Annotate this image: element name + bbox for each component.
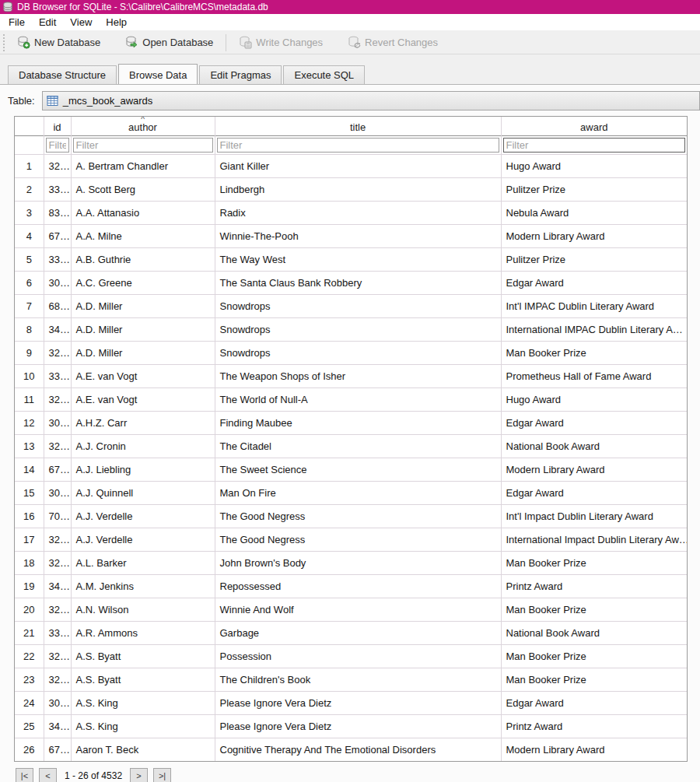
cell-award[interactable]: Edgar Award — [501, 271, 687, 294]
row-number[interactable]: 11 — [15, 387, 44, 411]
cell-author[interactable]: A.M. Jenkins — [71, 574, 215, 598]
cell-author[interactable]: A.J. Verdelle — [71, 528, 215, 551]
cell-author[interactable]: A.S. Byatt — [71, 668, 215, 691]
cell-award[interactable]: Printz Award — [501, 574, 687, 598]
cell-author[interactable]: A.H.Z. Carr — [71, 411, 215, 434]
cell-id[interactable]: 32… — [44, 434, 71, 458]
cell-award[interactable]: International Impact Dublin Literary Aw… — [501, 528, 687, 551]
row-number[interactable]: 5 — [15, 247, 44, 271]
cell-author[interactable]: A.S. Byatt — [71, 644, 215, 668]
row-number[interactable]: 15 — [15, 481, 44, 504]
row-number[interactable]: 2 — [15, 177, 44, 201]
cell-award[interactable]: Modern Library Award — [501, 458, 687, 481]
row-number[interactable]: 17 — [15, 528, 44, 551]
tab-browse-data[interactable]: Browse Data — [118, 64, 198, 84]
row-number[interactable]: 4 — [15, 224, 44, 247]
cell-award[interactable]: Pulitzer Prize — [501, 177, 687, 201]
cell-title[interactable]: The Sweet Science — [215, 458, 501, 481]
cell-id[interactable]: 68… — [44, 294, 71, 317]
cell-author[interactable]: A.J. Quinnell — [71, 481, 215, 504]
cell-id[interactable]: 30… — [44, 411, 71, 434]
cell-author[interactable]: A.J. Liebling — [71, 458, 215, 481]
cell-author[interactable]: A.D. Miller — [71, 294, 215, 317]
row-number[interactable]: 1 — [15, 154, 44, 177]
cell-award[interactable]: Hugo Award — [501, 154, 687, 177]
cell-award[interactable]: International IMPAC Dublin Literary A… — [501, 317, 687, 341]
cell-title[interactable]: Snowdrops — [215, 341, 501, 364]
row-number[interactable]: 3 — [15, 201, 44, 224]
cell-title[interactable]: Snowdrops — [215, 294, 501, 317]
cell-award[interactable]: National Book Award — [501, 434, 687, 458]
cell-title[interactable]: Possession — [215, 644, 501, 668]
cell-award[interactable]: Int'l IMPAC Dublin Literary Award — [501, 294, 687, 317]
row-number[interactable]: 26 — [15, 738, 44, 761]
cell-award[interactable]: Edgar Award — [501, 411, 687, 434]
cell-id[interactable]: 32… — [44, 551, 71, 574]
cell-author[interactable]: A.J. Cronin — [71, 434, 215, 458]
menu-help[interactable]: Help — [99, 14, 134, 30]
column-header-award[interactable]: award — [501, 117, 687, 135]
cell-id[interactable]: 83… — [44, 201, 71, 224]
row-number[interactable]: 8 — [15, 317, 44, 341]
cell-award[interactable]: Man Booker Prize — [501, 598, 687, 621]
cell-id[interactable]: 34… — [44, 574, 71, 598]
cell-title[interactable]: The Citadel — [215, 434, 501, 458]
cell-author[interactable]: A.A. Attanasio — [71, 201, 215, 224]
cell-title[interactable]: Lindbergh — [215, 177, 501, 201]
cell-author[interactable]: A. Bertram Chandler — [71, 154, 215, 177]
cell-award[interactable]: Pulitzer Prize — [501, 247, 687, 271]
cell-title[interactable]: The Weapon Shops of Isher — [215, 364, 501, 387]
row-number[interactable]: 24 — [15, 691, 44, 714]
cell-author[interactable]: A.D. Miller — [71, 341, 215, 364]
column-header-author[interactable]: ^author — [71, 117, 215, 135]
cell-author[interactable]: A.E. van Vogt — [71, 364, 215, 387]
table-combobox[interactable]: _mcs_book_awards — [42, 91, 700, 110]
cell-award[interactable]: Edgar Award — [501, 691, 687, 714]
cell-award[interactable]: Man Booker Prize — [501, 644, 687, 668]
row-number[interactable]: 25 — [15, 714, 44, 738]
row-number[interactable]: 19 — [15, 574, 44, 598]
row-number[interactable]: 22 — [15, 644, 44, 668]
cell-author[interactable]: A.S. King — [71, 714, 215, 738]
cell-title[interactable]: The World of Null-A — [215, 387, 501, 411]
row-number[interactable]: 7 — [15, 294, 44, 317]
tab-database-structure[interactable]: Database Structure — [8, 65, 117, 84]
cell-award[interactable]: Int'l Impact Dublin Literary Award — [501, 504, 687, 528]
cell-id[interactable]: 32… — [44, 387, 71, 411]
cell-award[interactable]: Man Booker Prize — [501, 341, 687, 364]
row-number[interactable]: 6 — [15, 271, 44, 294]
cell-id[interactable]: 30… — [44, 481, 71, 504]
cell-title[interactable]: Winnie-The-Pooh — [215, 224, 501, 247]
cell-id[interactable]: 34… — [44, 714, 71, 738]
row-number[interactable]: 16 — [15, 504, 44, 528]
row-number[interactable]: 21 — [15, 621, 44, 644]
cell-id[interactable]: 30… — [44, 271, 71, 294]
cell-title[interactable]: The Way West — [215, 247, 501, 271]
cell-author[interactable]: A.N. Wilson — [71, 598, 215, 621]
cell-title[interactable]: Radix — [215, 201, 501, 224]
open-database-button[interactable]: Open Database — [118, 33, 220, 51]
cell-title[interactable]: The Good Negress — [215, 504, 501, 528]
cell-id[interactable]: 67… — [44, 458, 71, 481]
cell-id[interactable]: 70… — [44, 504, 71, 528]
menu-file[interactable]: File — [2, 14, 32, 30]
row-number[interactable]: 12 — [15, 411, 44, 434]
row-number[interactable]: 18 — [15, 551, 44, 574]
tab-edit-pragmas[interactable]: Edit Pragmas — [199, 65, 282, 84]
cell-id[interactable]: 34… — [44, 317, 71, 341]
cell-id[interactable]: 32… — [44, 528, 71, 551]
cell-award[interactable]: Prometheus Hall of Fame Award — [501, 364, 687, 387]
row-number[interactable]: 20 — [15, 598, 44, 621]
cell-title[interactable]: Cognitive Therapy And The Emotional Diso… — [215, 738, 501, 761]
row-number[interactable]: 10 — [15, 364, 44, 387]
cell-id[interactable]: 32… — [44, 598, 71, 621]
cell-award[interactable]: Modern Library Award — [501, 224, 687, 247]
cell-title[interactable]: John Brown's Body — [215, 551, 501, 574]
tab-execute-sql[interactable]: Execute SQL — [283, 65, 365, 84]
cell-author[interactable]: A.B. Guthrie — [71, 247, 215, 271]
last-page-button[interactable]: >| — [153, 768, 171, 782]
cell-title[interactable]: The Children's Book — [215, 668, 501, 691]
first-page-button[interactable]: |< — [16, 768, 33, 782]
next-page-button[interactable]: > — [130, 768, 148, 782]
cell-author[interactable]: A.J. Verdelle — [71, 504, 215, 528]
